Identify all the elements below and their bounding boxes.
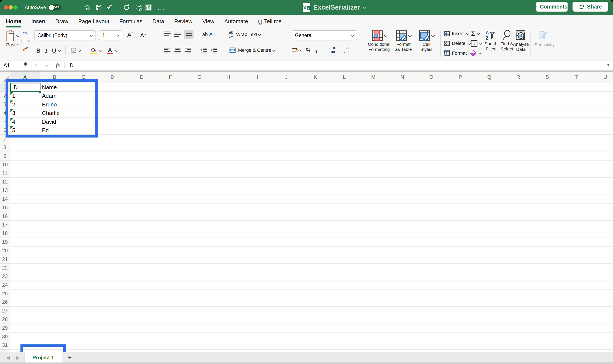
home-button[interactable] <box>84 4 91 11</box>
row-header-30[interactable]: 30 <box>0 332 10 341</box>
cell-styles-button[interactable]: CellStyles <box>419 30 434 52</box>
column-header-E[interactable]: E <box>127 72 156 83</box>
confirm-entry-button[interactable]: ✓ <box>45 60 50 70</box>
align-center-button[interactable] <box>174 47 181 54</box>
accounting-format-button[interactable] <box>292 47 303 53</box>
orientation-menu-chevron[interactable] <box>213 33 217 36</box>
paste-menu-chevron[interactable] <box>16 34 19 38</box>
copy-menu-chevron[interactable] <box>27 39 30 42</box>
row-header-32[interactable]: 32 <box>0 350 10 352</box>
conditional-formatting-button[interactable]: ConditionalFormatting <box>368 30 390 52</box>
percent-style-button[interactable]: % <box>306 47 312 54</box>
insert-function-button[interactable]: fx <box>56 60 60 70</box>
column-header-L[interactable]: L <box>330 72 359 83</box>
minimize-window-button[interactable] <box>9 5 13 10</box>
title-chevron-icon[interactable] <box>362 5 367 9</box>
save-button[interactable] <box>95 4 102 11</box>
clear-button[interactable] <box>471 49 481 57</box>
row-header-13[interactable]: 13 <box>0 186 10 195</box>
column-header-O[interactable]: O <box>417 72 446 83</box>
sort-filter-button[interactable]: AZ Sort &Filter <box>482 30 499 52</box>
delete-cells-button[interactable]: Delete <box>444 39 471 48</box>
redo-button[interactable] <box>123 4 130 11</box>
clear-menu-chevron[interactable] <box>478 51 482 55</box>
borders-menu-chevron[interactable] <box>78 49 81 52</box>
close-window-button[interactable] <box>4 5 8 10</box>
undo-menu-chevron[interactable] <box>115 4 120 11</box>
row-header-20[interactable]: 20 <box>0 246 10 255</box>
prev-sheet-button[interactable]: ◀ <box>6 352 10 363</box>
column-header-R[interactable]: R <box>504 72 533 83</box>
align-right-button[interactable] <box>184 47 191 54</box>
cancel-entry-button[interactable]: × <box>34 60 38 70</box>
row-header-11[interactable]: 11 <box>0 169 10 178</box>
row-header-16[interactable]: 16 <box>0 212 10 221</box>
row-header-19[interactable]: 19 <box>0 238 10 246</box>
name-box-stepper[interactable] <box>24 62 27 66</box>
conditional-formatting-chevron[interactable] <box>384 34 388 37</box>
row-header-27[interactable]: 27 <box>0 307 10 315</box>
save-as-button[interactable] <box>135 4 143 11</box>
row-header-25[interactable]: 25 <box>0 289 10 298</box>
row-header-12[interactable]: 12 <box>0 178 10 186</box>
more-toolbar-button[interactable]: … <box>157 4 165 11</box>
align-left-button[interactable] <box>164 47 171 54</box>
row-header-10[interactable]: 10 <box>0 160 10 169</box>
format-as-table-button[interactable]: Formatas Table <box>395 30 412 52</box>
tab-data[interactable]: Data <box>153 18 164 25</box>
font-color-button[interactable]: A <box>107 47 113 54</box>
row-header-14[interactable]: 14 <box>0 195 10 203</box>
font-name-select[interactable]: Calibri (Body) <box>34 30 96 40</box>
copy-button[interactable] <box>20 38 30 44</box>
row-header-23[interactable]: 23 <box>0 272 10 281</box>
column-header-Q[interactable]: Q <box>475 72 504 83</box>
analyse-data-button[interactable]: AnalyseData <box>513 30 529 52</box>
wrap-text-menu-chevron[interactable] <box>258 33 261 36</box>
align-top-button[interactable] <box>164 31 171 38</box>
row-header-22[interactable]: 22 <box>0 263 10 272</box>
row-header-15[interactable]: 15 <box>0 203 10 212</box>
column-header-P[interactable]: P <box>446 72 475 83</box>
column-header-M[interactable]: M <box>359 72 388 83</box>
number-format-select[interactable]: General <box>292 30 357 40</box>
row-header-21[interactable]: 21 <box>0 255 10 263</box>
format-cells-button[interactable]: Format <box>444 49 472 57</box>
format-painter-button[interactable] <box>20 46 30 51</box>
italic-button[interactable]: I <box>45 47 47 54</box>
tab-review[interactable]: Review <box>174 18 192 25</box>
column-header-T[interactable]: T <box>562 72 591 83</box>
tab-formulas[interactable]: Formulas <box>119 18 142 25</box>
next-sheet-button[interactable]: ▶ <box>16 352 20 363</box>
fill-color-menu-chevron[interactable] <box>99 49 103 52</box>
sheet-tab-project-1[interactable]: Project 1 <box>24 352 62 363</box>
increase-indent-button[interactable] <box>210 47 218 54</box>
row-header-28[interactable]: 28 <box>0 315 10 324</box>
cell-styles-chevron[interactable] <box>432 34 435 37</box>
insert-menu-chevron[interactable] <box>466 32 470 35</box>
align-middle-button[interactable] <box>174 31 181 38</box>
add-sheet-button[interactable]: + <box>68 352 72 363</box>
name-box[interactable]: A1 <box>0 60 32 70</box>
column-header-G[interactable]: G <box>185 72 214 83</box>
column-header-S[interactable]: S <box>533 72 562 83</box>
autosum-menu-chevron[interactable] <box>477 32 480 35</box>
increase-decimal-button[interactable]: ←←.0.00 <box>325 46 335 54</box>
comments-button[interactable]: Comments <box>536 2 568 12</box>
tab-home[interactable]: Home <box>6 18 21 25</box>
column-header-N[interactable]: N <box>388 72 417 83</box>
fill-color-button[interactable] <box>90 48 97 54</box>
grow-font-button[interactable]: A^ <box>127 31 134 39</box>
column-header-H[interactable]: H <box>214 72 243 83</box>
autosave-toggle[interactable]: OFF <box>49 4 61 11</box>
shrink-font-button[interactable]: A <box>140 32 146 39</box>
align-bottom-button[interactable] <box>184 30 194 39</box>
row-header-29[interactable]: 29 <box>0 324 10 332</box>
formula-content[interactable]: ID <box>68 60 73 70</box>
decrease-indent-button[interactable] <box>200 47 207 54</box>
autosum-button[interactable]: Σ <box>471 29 480 38</box>
column-header-U[interactable]: U <box>591 72 613 83</box>
orientation-button[interactable]: ab ↗ <box>202 31 216 38</box>
stepper-down-icon[interactable] <box>24 64 27 66</box>
merge-centre-menu-chevron[interactable] <box>272 48 275 52</box>
row-header-31[interactable]: 31 <box>0 341 10 350</box>
